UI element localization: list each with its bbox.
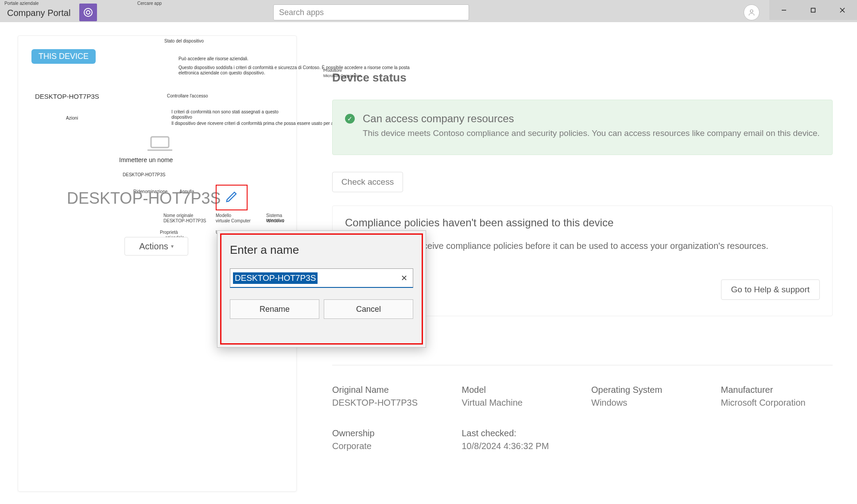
compliance-heading: Compliance policies haven't been assigne… <box>345 217 820 229</box>
titlebar: Portale aziendale Company Portal Cercare… <box>0 0 857 22</box>
actions-label: Actions <box>139 241 168 252</box>
it-controlla: Controllare l'accesso <box>167 93 208 99</box>
prop-orig-val: DESKTOP-HOT7P3S <box>332 398 444 408</box>
window-controls <box>769 0 857 20</box>
it-no-policies: I criteri di conformità non sono stati a… <box>171 109 296 120</box>
it-modello-lbl: Modello <box>216 213 231 218</box>
app-title: Company Portal <box>4 8 73 18</box>
rename-highlight-box <box>216 185 248 210</box>
titlebar-left: Portale aziendale Company Portal Cercare… <box>0 1 97 21</box>
status-body: This device meets Contoso compliance and… <box>363 128 820 140</box>
help-support-button[interactable]: Go to Help & support <box>721 279 820 300</box>
it-so-val: Windows <box>266 218 284 223</box>
close-button[interactable] <box>828 0 857 20</box>
device-big-title: DESKTOP-HOT7P3S <box>67 189 221 208</box>
prop-orig-lbl: Original Name <box>332 385 444 395</box>
svg-rect-4 <box>811 8 815 12</box>
it-device-tiny: DESKTOP-HOT7P3S <box>123 172 166 178</box>
it-access-line: Può accedere alle risorse aziendali. <box>178 56 248 62</box>
user-avatar-button[interactable] <box>744 4 760 20</box>
it-nome-orig-lbl: Nome originale <box>163 213 193 218</box>
it-azioni: Azioni <box>66 116 78 121</box>
it-prod-val: Microsoft Corporation <box>323 74 361 78</box>
it-proprieta: Proprietà <box>160 230 178 235</box>
tiny-search-label: Cercare app <box>137 1 162 6</box>
minimize-button[interactable] <box>769 0 799 20</box>
prop-last-lbl: Last checked: <box>462 428 574 438</box>
rename-button[interactable]: Rename <box>230 299 319 319</box>
check-access-button[interactable]: Check access <box>332 172 403 192</box>
it-prod-lbl: Produttore <box>323 68 342 73</box>
it-nome-orig-val: DESKTOP-HOT7P3S <box>163 218 206 223</box>
svg-point-1 <box>86 11 90 14</box>
it-immettere: Immettere un nome <box>119 156 173 163</box>
svg-rect-7 <box>151 137 169 147</box>
prop-own-lbl: Ownership <box>332 428 444 438</box>
chevron-down-icon: ▾ <box>171 243 174 249</box>
prop-own-val: Corporate <box>332 441 444 451</box>
prop-last-val: 10/8/2024 4:36:32 PM <box>462 441 574 451</box>
check-circle-icon: ✓ <box>345 114 355 124</box>
svg-point-2 <box>750 10 753 12</box>
maximize-button[interactable] <box>799 0 828 20</box>
tiny-portale-label: Portale aziendale <box>4 1 39 6</box>
device-status-title: Device status <box>332 71 833 85</box>
status-heading: Can access company resources <box>363 112 514 125</box>
svg-point-0 <box>84 8 92 16</box>
rename-input-selected-text[interactable]: DESKTOP-HOT7P3S <box>233 272 318 284</box>
it-modello-val: virtuale Computer <box>216 218 251 223</box>
pencil-icon[interactable] <box>225 190 238 205</box>
prop-model-val: Virtual Machine <box>462 398 574 408</box>
rename-input-wrap[interactable]: DESKTOP-HOT7P3S ✕ <box>230 268 413 288</box>
laptop-icon <box>147 135 173 155</box>
actions-button[interactable]: Actions ▾ <box>124 237 188 256</box>
rename-dialog: Enter a name DESKTOP-HOT7P3S ✕ Rename Ca… <box>217 230 426 348</box>
search-input[interactable] <box>273 4 469 20</box>
device-name-small: DESKTOP-HOT7P3S <box>35 93 99 100</box>
dialog-title: Enter a name <box>230 243 413 257</box>
cancel-button[interactable]: Cancel <box>324 299 413 319</box>
app-logo-icon <box>79 4 97 21</box>
prop-mfr-lbl: Manufacturer <box>721 385 833 395</box>
device-properties: Original NameDESKTOP-HOT7P3S ModelVirtua… <box>332 385 833 451</box>
prop-os-val: Windows <box>591 398 703 408</box>
section-divider <box>332 365 833 365</box>
prop-os-lbl: Operating System <box>591 385 703 395</box>
clear-input-icon[interactable]: ✕ <box>395 273 413 283</box>
prop-mfr-val: Microsoft Corporation <box>721 398 833 408</box>
this-device-chip: THIS DEVICE <box>31 49 96 64</box>
status-panel: ✓ Can access company resources This devi… <box>332 100 833 155</box>
it-stato: Stato del dispositivo <box>164 39 204 44</box>
prop-model-lbl: Model <box>462 385 574 395</box>
